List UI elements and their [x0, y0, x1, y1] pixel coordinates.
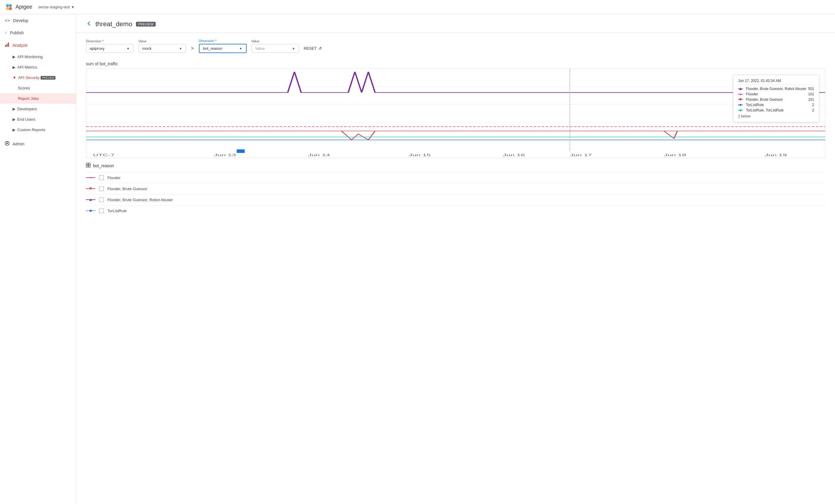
- page-header: threat_demo PREVIEW: [76, 14, 835, 33]
- sidebar-analyze-label: Analyze: [13, 43, 27, 48]
- legend-label-3: TorListRule: [107, 209, 127, 213]
- legend-checkbox-2[interactable]: [99, 197, 104, 202]
- tooltip-row-4: TorListRule, TorListRule 2: [738, 108, 814, 113]
- org-selector[interactable]: sense-staging-test ▼: [38, 5, 75, 9]
- tooltip-row-1: Flooder 101: [738, 91, 814, 97]
- sidebar-item-report-jobs[interactable]: Report Jobs: [0, 93, 76, 104]
- dimension2-group: Dimension * bot_reason ▼: [199, 39, 247, 53]
- sidebar-item-api-monitoring[interactable]: ▶ API Monitoring: [0, 51, 76, 62]
- sidebar-endusers-label: End Users: [17, 117, 36, 122]
- value1-label: Value: [138, 39, 186, 43]
- sidebar-item-analyze[interactable]: Analyze: [0, 39, 76, 51]
- svg-rect-6: [8, 43, 9, 47]
- preview-badge-sidebar: PREVIEW: [41, 76, 56, 80]
- value2-select[interactable]: Value ▼: [251, 44, 299, 53]
- dimension2-select[interactable]: bot_reason ▼: [199, 44, 247, 53]
- legend-label-0: Flooder: [107, 175, 121, 180]
- svg-text:Jun 13: Jun 13: [214, 153, 236, 157]
- svg-point-29: [739, 104, 741, 106]
- expand-arrow-monitoring: ▶: [13, 55, 16, 59]
- legend-label-2: Flooder, Brute Guessor, Robot Abuser: [107, 197, 173, 202]
- svg-rect-35: [88, 165, 90, 167]
- value1-chevron-icon: ▼: [179, 47, 182, 50]
- sidebar-item-custom-reports[interactable]: ▶ Custom Reports: [0, 125, 76, 135]
- sidebar-item-publish[interactable]: ↑ Publish: [0, 26, 76, 39]
- svg-text:Jun 16: Jun 16: [503, 153, 525, 157]
- sidebar-item-end-users[interactable]: ▶ End Users: [0, 114, 76, 125]
- legend-line-2: [86, 197, 96, 202]
- legend-checkbox-1[interactable]: [99, 186, 104, 191]
- tooltip-label-4: TorListRule, TorListRule: [746, 108, 810, 112]
- value2-label: Value: [251, 39, 299, 43]
- dimension1-value: apiproxy: [90, 46, 104, 51]
- expand-arrow-metrics: ▶: [13, 65, 16, 69]
- tooltip-value-3: 2: [812, 103, 814, 107]
- sidebar-item-admin[interactable]: Admin: [0, 138, 76, 150]
- tooltip-icon-4: [738, 109, 744, 111]
- legend-area: bot_reason Flooder Flooder, Brute Guesso…: [76, 158, 835, 221]
- expand-arrow-developers: ▶: [13, 107, 16, 111]
- tooltip-label-0: Flooder, Brute Guessor, Robot Abuser: [746, 87, 807, 91]
- tooltip-label-2: Flooder, Brute Guessor: [746, 98, 807, 102]
- sidebar-publish-label: Publish: [10, 30, 24, 35]
- dimension1-chevron-icon: ▼: [126, 47, 130, 50]
- svg-point-3: [9, 7, 12, 10]
- sidebar-item-developers[interactable]: ▶ Developers: [0, 104, 76, 114]
- analyze-icon: [5, 42, 9, 48]
- value2-placeholder: Value: [255, 46, 265, 51]
- app-name: Apigee: [16, 4, 32, 10]
- legend-line-1: [86, 187, 96, 191]
- reset-icon: ↺: [319, 46, 322, 51]
- svg-text:Jun 14: Jun 14: [308, 153, 330, 157]
- legend-checkbox-3[interactable]: [99, 208, 104, 213]
- tooltip-label-3: TorListRule: [746, 103, 810, 107]
- legend-checkbox-0[interactable]: [99, 175, 104, 180]
- org-name: sense-staging-test: [38, 5, 70, 9]
- publish-icon: ↑: [5, 30, 7, 35]
- chart-area: sum of bot_traffic: [76, 59, 835, 158]
- svg-text:Jun 15: Jun 15: [409, 153, 431, 157]
- svg-rect-32: [86, 163, 88, 165]
- expand-arrow-endusers: ▶: [13, 117, 16, 122]
- sidebar-developers-label: Developers: [17, 107, 37, 111]
- topbar: Apigee sense-staging-test ▼: [0, 0, 835, 14]
- sidebar-item-develop[interactable]: <> Develop: [0, 14, 76, 26]
- tooltip-row-0: Flooder, Brute Guessor, Robot Abuser 501: [738, 86, 814, 91]
- value1-group: Value mock ▼: [138, 39, 186, 53]
- dimension1-group: Dimension * apiproxy ▼: [86, 39, 134, 53]
- legend-line-3: [86, 209, 96, 213]
- dimension2-label: Dimension *: [199, 39, 247, 43]
- main-content: threat_demo PREVIEW Dimension * apiproxy…: [76, 14, 835, 504]
- svg-rect-13: [237, 149, 245, 153]
- legend-item-1: Flooder, Brute Guessor: [86, 183, 826, 194]
- legend-item-3: TorListRule: [86, 205, 826, 216]
- dimension2-value: bot_reason: [203, 46, 222, 51]
- svg-rect-33: [88, 163, 90, 165]
- tooltip-value-0: 501: [808, 87, 814, 91]
- sidebar-item-api-security[interactable]: ▼ API Security PREVIEW: [0, 72, 76, 83]
- svg-point-1: [9, 4, 12, 7]
- tooltip-value-1: 101: [808, 92, 814, 96]
- legend-item-2: Flooder, Brute Guessor, Robot Abuser: [86, 194, 826, 205]
- sidebar: <> Develop ↑ Publish Analyze ▶ API Monit…: [0, 14, 76, 504]
- chart-svg: UTC-7 Jun 13 Jun 14 Jun 15 Jun 16 Jun 17…: [86, 69, 825, 158]
- sidebar-scores-label: Scores: [18, 86, 30, 90]
- sidebar-item-scores[interactable]: Scores: [0, 83, 76, 93]
- svg-rect-34: [86, 165, 88, 167]
- tooltip-icon-1: [738, 93, 744, 96]
- tooltip-date: Jun 17, 2022, 01:43:34 AM: [738, 79, 814, 83]
- apigee-logo: Apigee: [5, 3, 32, 11]
- back-button[interactable]: [86, 21, 92, 28]
- value1-select[interactable]: mock ▼: [138, 44, 186, 53]
- admin-icon: [5, 141, 9, 147]
- org-dropdown-arrow: ▼: [71, 5, 75, 9]
- svg-point-0: [6, 4, 9, 7]
- sidebar-reportjobs-label: Report Jobs: [18, 96, 39, 101]
- tooltip-row-2: Flooder, Brute Guessor 101: [738, 97, 814, 102]
- dimension1-select[interactable]: apiproxy ▼: [86, 44, 134, 53]
- svg-rect-4: [5, 45, 6, 47]
- tooltip-icon-0: [738, 88, 744, 90]
- sidebar-item-api-metrics[interactable]: ▶ API Metrics: [0, 62, 76, 72]
- chart-container[interactable]: UTC-7 Jun 13 Jun 14 Jun 15 Jun 16 Jun 17…: [86, 68, 826, 158]
- reset-button[interactable]: RESET ↺: [304, 46, 322, 51]
